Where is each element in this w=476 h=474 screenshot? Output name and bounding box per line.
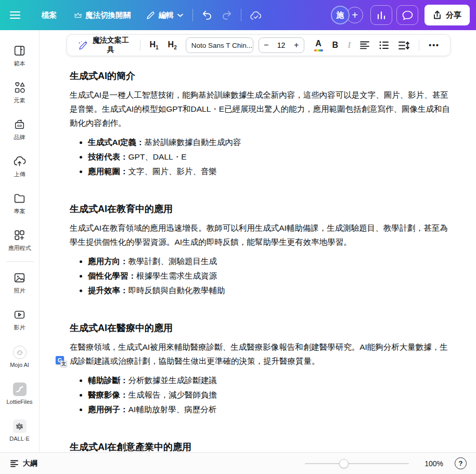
sidebar-item-projects[interactable]: 專案: [2, 185, 37, 222]
sidebar-item-templates[interactable]: 範本: [2, 37, 37, 74]
help-button[interactable]: ?: [455, 457, 467, 469]
redo-button[interactable]: [217, 6, 237, 24]
doc-bullet-item[interactable]: 應用例子：AI輔助放射學、病歷分析: [80, 402, 451, 417]
text-toolbar: 魔法文案工具 H1 H2 Noto Sans T Chin... − 12 + …: [67, 34, 451, 56]
undo-icon: [201, 10, 213, 20]
sidebar-item-label: Mojo AI: [10, 362, 29, 368]
document-body[interactable]: 生成式AI的簡介 生成式AI是一種人工智慧技術，能夠基於訓練數據生成全新內容，這…: [40, 30, 476, 452]
zoom-slider[interactable]: [305, 459, 409, 468]
sidebar-item-lottiefiles[interactable]: LottieFiles: [2, 375, 37, 412]
text-color-button[interactable]: A: [311, 36, 327, 54]
rainbow-color-bar: [314, 49, 323, 51]
doc-bullet-list: 輔助診斷：分析數據並生成診斷建議 醫療影像：生成報告，減少醫師負擔 應用例子：A…: [70, 373, 451, 417]
sidebar-item-brand[interactable]: co 品牌: [2, 111, 37, 148]
hamburger-menu-button[interactable]: [5, 6, 25, 24]
doc-bullet-item[interactable]: 醫療影像：生成報告，減少醫師負擔: [80, 388, 451, 402]
doc-paragraph[interactable]: 生成式AI是一種人工智慧技術，能夠基於訓練數據生成全新內容，這些內容可以是文字、…: [70, 88, 451, 130]
edit-menu-button[interactable]: 編輯: [141, 6, 188, 24]
bullet-list-icon: [379, 41, 389, 49]
photos-icon: [13, 271, 26, 284]
redo-icon: [221, 10, 233, 20]
font-family-select[interactable]: Noto Sans T Chin...: [186, 37, 253, 53]
font-size-increase-button[interactable]: +: [289, 41, 304, 50]
doc-bullet-item[interactable]: 個性化學習：根據學生需求生成資源: [80, 269, 451, 283]
videos-icon: [13, 308, 26, 321]
topbar-divider: [192, 9, 193, 21]
sidebar-item-label: 影片: [14, 324, 25, 332]
projects-icon: [13, 192, 26, 205]
edit-menu-label: 編輯: [159, 10, 174, 20]
doc-heading[interactable]: 生成式AI在醫療中的應用: [70, 322, 451, 334]
sidebar-item-photos[interactable]: 照片: [2, 265, 37, 301]
heading2-button[interactable]: H2: [164, 37, 181, 53]
doc-paragraph[interactable]: 生成式AI在教育領域的應用迅速增長。教師可以利用生成式AI輔助備課，生成測驗題目…: [70, 221, 451, 249]
zoom-slider-thumb[interactable]: [339, 459, 349, 468]
cloud-sync-status: [246, 6, 266, 24]
google-translate-icon[interactable]: G 文: [56, 356, 67, 367]
bullet-list-button[interactable]: [376, 38, 393, 52]
share-label: 分享: [446, 10, 461, 20]
doc-bullet-list: 應用方向：教學計劃、測驗題目生成 個性化學習：根據學生需求生成資源 提升效率：即…: [70, 254, 451, 298]
doc-bullet-item[interactable]: 輔助診斷：分析數據並生成診斷建議: [80, 373, 451, 388]
sidebar-item-uploads[interactable]: 上傳: [2, 148, 37, 185]
magic-switch-label: 魔法切換開關: [85, 10, 131, 20]
sidebar-item-label: DALL·E: [9, 436, 30, 442]
sidebar-item-apps[interactable]: 應用程式: [2, 222, 37, 259]
align-button[interactable]: [356, 38, 374, 52]
magic-write-button[interactable]: 魔法文案工具: [74, 33, 134, 57]
sidebar-item-label: 品牌: [14, 134, 25, 141]
crown-icon: [74, 12, 82, 18]
sidebar-item-mojo-ai[interactable]: Mojo AI: [2, 338, 37, 375]
hamburger-menu-icon: [9, 10, 21, 20]
more-options-button[interactable]: •••: [425, 38, 443, 52]
bold-button[interactable]: B: [329, 38, 342, 52]
share-button[interactable]: 分享: [424, 5, 470, 25]
sidebar-item-label: 專案: [14, 207, 25, 215]
font-size-stepper: − 12 +: [259, 37, 304, 53]
sidebar-item-label: 上傳: [14, 170, 25, 178]
bottombar: 大綱 100% ?: [0, 452, 476, 474]
sidebar-item-label: 元素: [14, 97, 25, 104]
doc-heading[interactable]: 生成式AI在教育中的應用: [70, 203, 451, 215]
insights-button[interactable]: [370, 5, 392, 25]
outline-button[interactable]: 大綱: [7, 456, 41, 471]
magic-switch-button[interactable]: 魔法切換開關: [69, 6, 136, 24]
uploads-icon: [13, 155, 26, 168]
line-spacing-icon: [398, 41, 409, 50]
line-spacing-button[interactable]: [395, 38, 413, 52]
cloud-sync-icon: [250, 10, 262, 20]
topbar: 檔案 魔法切換開關 編輯 施 + 分享: [0, 0, 476, 30]
doc-heading-partial[interactable]: 生成式AI在創意產業中的應用: [70, 441, 451, 452]
more-options-icon: •••: [429, 41, 440, 49]
doc-paragraph[interactable]: G 文 在醫療領域，生成式AI被用來輔助醫療診斷、生成醫療影像報告和創建醫學研究…: [70, 340, 451, 368]
doc-heading[interactable]: 生成式AI的簡介: [70, 70, 451, 82]
italic-button[interactable]: I: [344, 38, 354, 52]
sidebar-item-label: 照片: [14, 287, 25, 295]
comments-button[interactable]: [396, 5, 418, 25]
file-menu-button[interactable]: 檔案: [36, 6, 62, 24]
heading1-button[interactable]: H1: [146, 37, 162, 53]
zoom-percentage: 100%: [421, 459, 443, 468]
doc-bullet-item[interactable]: 應用方向：教學計劃、測驗題目生成: [80, 254, 451, 269]
doc-bullet-item[interactable]: 應用範圍：文字、圖片、影片、音樂: [80, 164, 451, 179]
elements-icon: [13, 81, 26, 94]
avatar[interactable]: 施: [331, 6, 350, 24]
doc-bullet-list: 生成式AI定義：基於訓練數據自動生成內容 技術代表：GPT、DALL・E 應用範…: [70, 135, 451, 179]
file-menu-label: 檔案: [42, 10, 57, 20]
sidebar-item-videos[interactable]: 影片: [2, 301, 37, 338]
doc-bullet-item[interactable]: 技術代表：GPT、DALL・E: [80, 150, 451, 164]
undo-button[interactable]: [197, 6, 217, 24]
toolbar-divider: [140, 40, 140, 51]
doc-bullet-item[interactable]: 提升效率：即時反饋與自動化教學輔助: [80, 283, 451, 298]
share-upload-icon: [433, 10, 442, 20]
font-family-value: Noto Sans T Chin...: [191, 42, 252, 49]
toolbar-divider: [419, 40, 419, 51]
doc-bullet-item[interactable]: 生成式AI定義：基於訓練數據自動生成內容: [80, 135, 451, 150]
topbar-divider: [241, 9, 241, 21]
font-size-decrease-button[interactable]: −: [259, 41, 274, 50]
sidebar-item-dalle[interactable]: DALL·E: [2, 412, 37, 449]
insights-chart-icon: [376, 10, 387, 20]
sidebar-item-elements[interactable]: 元素: [2, 74, 37, 111]
sidebar-item-label: 應用程式: [8, 244, 31, 252]
outline-label: 大綱: [23, 459, 37, 468]
